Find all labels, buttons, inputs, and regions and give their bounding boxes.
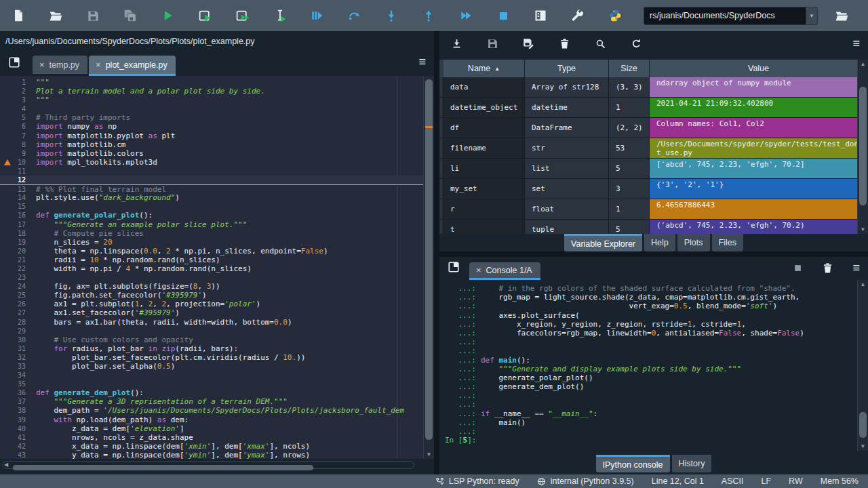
variable-row-filename[interactable]: filenamestr53/Users/Documents/spyder/spy… (439, 138, 868, 159)
file-switcher-icon[interactable] (8, 56, 20, 68)
editor-line[interactable]: 15 (0, 202, 423, 211)
editor-tab-plot_example.py[interactable]: ×plot_example.py (89, 56, 176, 76)
scroll-up-arrow-icon[interactable]: ▲ (858, 61, 868, 67)
table-vertical-scrollbar[interactable]: ▲ ▼ (857, 60, 868, 234)
editor-line[interactable]: 28 bars = ax1.bar(theta, radii, width=wi… (0, 318, 423, 327)
run-file-button[interactable] (159, 7, 176, 24)
editor-line[interactable]: 35 (0, 380, 423, 388)
code-editor[interactable]: 1"""2Plot a terrain model and a polar pl… (0, 76, 434, 459)
run-selection-button[interactable] (271, 7, 288, 24)
editor-line[interactable]: 7import matplotlib.pyplot as plt (0, 131, 423, 140)
editor-line[interactable]: 8import matplotlib.cm (0, 140, 423, 149)
horizontal-splitter[interactable] (439, 251, 868, 257)
editor-line[interactable]: 31 for radius, plot_bar in zip(radii, ba… (0, 344, 423, 353)
import-data-button[interactable] (448, 35, 465, 52)
close-icon[interactable]: × (476, 265, 481, 275)
new-file-button[interactable] (9, 7, 27, 24)
editor-line[interactable]: 9import matplotlib.colors (0, 149, 423, 158)
scrollbar-handle[interactable] (425, 79, 433, 440)
vertical-splitter[interactable] (434, 31, 439, 474)
editor-line[interactable]: 36def generate_dem_plot(): (0, 388, 423, 397)
editor-line[interactable]: 24 fig, ax= plt.subplots(figsize=(8, 3)) (0, 282, 423, 291)
editor-line[interactable]: 18 # Compute pie slices (0, 229, 423, 238)
panel-tab-files[interactable]: Files (712, 234, 743, 251)
save-data-button[interactable] (484, 35, 501, 52)
editor-line[interactable]: 12 (0, 176, 423, 184)
variable-explorer-options-menu-icon[interactable]: ≡ (852, 37, 860, 49)
ipython-console[interactable]: ...: # in the rgb colors of the shaded s… (439, 280, 868, 451)
python-environment-button[interactable] (606, 7, 624, 24)
stop-button[interactable] (494, 7, 512, 24)
console-panel-tab-ipython-console[interactable]: IPython console (596, 455, 670, 472)
variable-row-my_set[interactable]: my_setset3{'3', '2', '1'} (439, 179, 868, 199)
panel-tab-help[interactable]: Help (644, 234, 675, 251)
editor-line[interactable]: 23 (0, 273, 423, 282)
editor-line[interactable]: 10import mpl_toolkits.mplot3d (0, 158, 423, 167)
editor-line[interactable]: 41 nrows, ncols = z_data.shape (0, 433, 423, 442)
editor-line[interactable]: 2Plot a terrain model and a polar plot s… (0, 87, 423, 96)
run-cell-advance-button[interactable] (233, 7, 251, 24)
editor-line[interactable]: 42 x_data = np.linspace(dem['xmin'], dem… (0, 442, 423, 451)
editor-line[interactable]: 29 (0, 327, 423, 336)
variable-row-df[interactable]: dfDataFrame(2, 2)Column names: Col1, Col… (439, 118, 868, 138)
editor-line[interactable]: 33 plot_bar.set_alpha(0.5) (0, 362, 423, 371)
interpreter-status[interactable]: internal (Python 3.9.5) (537, 476, 634, 486)
console-tab[interactable]: × Console 1/A (469, 262, 540, 280)
editor-line[interactable]: 40 z_data = dem['elevation'] (0, 424, 423, 433)
panel-tab-variable-explorer[interactable]: Variable Explorer (564, 234, 642, 251)
editor-line[interactable]: 22 width = np.pi / 4 * np.random.rand(n_… (0, 264, 423, 273)
variable-row-data[interactable]: dataArray of str128(3, 3)ndarray object … (439, 77, 868, 98)
save-data-as-button[interactable] (519, 35, 537, 52)
editor-line[interactable]: 5# Third party imports (0, 113, 423, 122)
editor-line[interactable]: 39 with np.load(dem_path) as dem: (0, 415, 423, 424)
editor-line[interactable]: 38 dem_path = '/Users/juanis/Documents/S… (0, 406, 423, 415)
editor-line[interactable]: 4 (0, 104, 423, 113)
editor-line[interactable]: 21 radii = 10 * np.random.rand(n_slices) (0, 256, 423, 264)
browse-workdir-button[interactable] (833, 7, 850, 24)
console-vertical-scrollbar[interactable]: ▲ ▼ (857, 280, 868, 451)
save-button[interactable] (84, 7, 102, 24)
editor-line[interactable]: 37 """Generate a 3D reprisentation of a … (0, 397, 423, 406)
scrollbar-handle[interactable] (13, 465, 313, 470)
save-all-button[interactable] (121, 7, 139, 24)
column-header-value[interactable]: Value (650, 60, 868, 77)
interrupt-kernel-icon[interactable] (793, 263, 803, 273)
scrollbar-handle[interactable] (859, 87, 867, 205)
search-variables-button[interactable] (591, 35, 609, 52)
variable-row-r[interactable]: rfloat16.46567886443 (439, 199, 868, 220)
preferences-button[interactable] (569, 7, 587, 24)
step-over-button[interactable] (345, 7, 363, 24)
scrollbar-track[interactable] (2, 461, 414, 469)
column-header-size[interactable]: Size (609, 60, 650, 77)
scroll-down-arrow-icon[interactable]: ▼ (424, 451, 434, 458)
editor-line[interactable]: 19 n_slices = 20 (0, 238, 423, 247)
editor-line[interactable]: 3""" (0, 96, 423, 104)
editor-line[interactable]: 27 ax1.set_facecolor('#395979') (0, 308, 423, 317)
new-console-icon[interactable] (448, 261, 460, 273)
editor-line[interactable]: 1""" (0, 78, 423, 87)
editor-line[interactable]: 6import numpy as np (0, 122, 423, 131)
warning-marker[interactable] (425, 126, 433, 128)
refresh-variables-button[interactable] (627, 35, 645, 52)
editor-line[interactable]: 26 ax1 = plt.subplot(1, 2, 2, projection… (0, 300, 423, 308)
editor-horizontal-scrollbar[interactable]: ◀ (0, 459, 434, 471)
editor-line[interactable]: 14plt.style.use("dark_background") (0, 193, 423, 202)
editor-vertical-scrollbar[interactable]: ▼ (423, 76, 434, 459)
editor-line[interactable]: 43 y_data = np.linspace(dem['ymin'], dem… (0, 451, 423, 459)
editor-line[interactable]: 30 # Use custom colors and opacity (0, 336, 423, 344)
workdir-dropdown[interactable]: ▾ (806, 7, 817, 24)
column-header-type[interactable]: Type (525, 60, 609, 77)
column-header-name[interactable]: Name▲ (443, 60, 525, 77)
variable-row-t[interactable]: ttuple5('abcd', 745, 2.23, 'efgh', 70.2) (439, 220, 868, 234)
remove-variables-button[interactable] (555, 35, 573, 52)
scroll-down-arrow-icon[interactable]: ▼ (858, 226, 868, 232)
scroll-down-arrow-icon[interactable]: ▼ (858, 443, 868, 449)
editor-line[interactable]: 25 fig.patch.set_facecolor('#395979') (0, 291, 423, 300)
scrollbar-handle[interactable] (859, 412, 867, 438)
lsp-status[interactable]: LSP Python: ready (435, 476, 519, 486)
editor-options-menu-icon[interactable]: ≡ (418, 56, 426, 68)
editor-line[interactable]: 11 (0, 167, 423, 176)
editor-line[interactable]: 20 theta = np.linspace(0.0, 2 * np.pi, n… (0, 247, 423, 256)
step-return-button[interactable] (420, 7, 437, 24)
console-panel-tab-history[interactable]: History (672, 455, 712, 472)
